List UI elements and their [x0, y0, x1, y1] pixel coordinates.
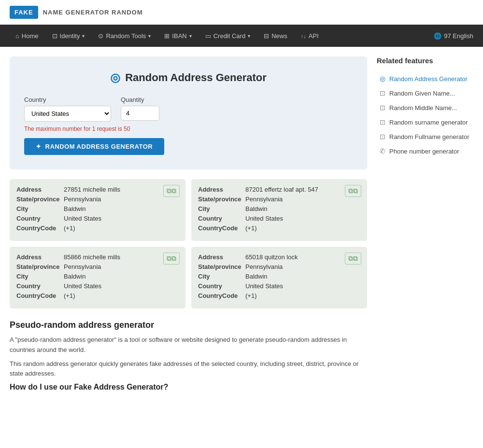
- addr-label-city-3: City: [198, 273, 242, 280]
- iban-chevron: ▾: [189, 33, 192, 39]
- addr-row-address-0: Address 27851 michelle mills: [16, 186, 179, 193]
- addr-row-address-3: Address 65018 quitzon lock: [198, 253, 360, 261]
- addr-label-state-0: State/province: [16, 196, 60, 203]
- addr-value-state-0: Pennsylvania: [64, 196, 101, 203]
- quantity-group: Quantity: [121, 96, 159, 121]
- sidebar: Related features ◎ Random Address Genera…: [377, 56, 473, 405]
- addr-label-address-0: Address: [16, 186, 60, 193]
- addr-value-countrycode-0: (+1): [64, 224, 75, 232]
- addr-label-address-2: Address: [16, 253, 60, 261]
- generate-icon: ✦: [36, 143, 42, 150]
- sidebar-item-label-random-given-name: Random Given Name...: [389, 90, 455, 97]
- person-icon-4: ⊡: [380, 133, 385, 140]
- addr-label-country-2: Country: [16, 282, 60, 290]
- addr-row-city-3: City Baldwin: [198, 273, 360, 280]
- addr-value-address-3: 65018 quitzon lock: [245, 253, 298, 261]
- addr-value-city-2: Baldwin: [64, 273, 86, 280]
- nav-home[interactable]: Home: [10, 28, 44, 44]
- addr-row-countrycode-3: CountryCode (+1): [198, 292, 360, 299]
- desc-heading-1: Pseudo-random address generator: [10, 320, 367, 330]
- addr-value-city-1: Baldwin: [245, 205, 268, 212]
- country-label: Country: [24, 96, 111, 103]
- copy-icon-0: ⧉: [167, 187, 176, 195]
- nav-iban[interactable]: IBAN ▾: [158, 28, 197, 44]
- generator-card: ◎ Random Address Generator Country Unite…: [10, 56, 367, 169]
- addr-row-city-0: City Baldwin: [16, 205, 179, 212]
- globe-icon: [434, 32, 441, 40]
- copy-button-2[interactable]: ⧉: [163, 252, 180, 265]
- nav-news-label: News: [271, 32, 287, 40]
- addr-value-state-1: Pennsylvania: [245, 196, 283, 203]
- address-card-0: ⧉ Address 27851 michelle mills State/pro…: [10, 179, 185, 241]
- nav-home-label: Home: [22, 32, 39, 40]
- nav-identity-label: Identity: [60, 32, 80, 40]
- addr-row-city-1: City Baldwin: [198, 205, 360, 212]
- addr-label-country-0: Country: [16, 215, 60, 222]
- nav-credit-card[interactable]: Credit Card ▾: [199, 28, 256, 44]
- generate-button[interactable]: ✦ RANDOM ADDRESS GENERATOR: [24, 138, 164, 155]
- addr-value-state-3: Pennsylvania: [245, 263, 283, 270]
- addr-row-address-1: Address 87201 effertz loaf apt. 547: [198, 186, 360, 193]
- identity-chevron: ▾: [82, 33, 85, 39]
- country-select[interactable]: United States United Kingdom Canada Aust…: [24, 106, 111, 122]
- nav-random-tools[interactable]: Random Tools ▾: [92, 28, 156, 44]
- person-icon-1: ⊡: [380, 89, 385, 97]
- addr-row-country-0: Country United States: [16, 215, 179, 222]
- addr-value-countrycode-3: (+1): [245, 292, 256, 299]
- addr-label-country-3: Country: [198, 282, 242, 290]
- description-section: Pseudo-random address generator A "pseud…: [10, 320, 367, 405]
- address-card-3: ⧉ Address 65018 quitzon lock State/provi…: [191, 247, 367, 308]
- addr-label-countrycode-1: CountryCode: [198, 224, 242, 232]
- sidebar-item-random-middle-name[interactable]: ⊡ Random Middle Name...: [377, 100, 473, 115]
- copy-icon-3: ⧉: [348, 254, 358, 262]
- copy-button-1[interactable]: ⧉: [345, 185, 361, 197]
- addr-row-state-0: State/province Pennsylvania: [16, 196, 179, 203]
- sidebar-item-label-phone-number: Phone number generator: [389, 148, 459, 155]
- addr-row-countrycode-1: CountryCode (+1): [198, 224, 360, 232]
- person-icon-3: ⊡: [380, 118, 385, 126]
- addr-label-state-3: State/province: [198, 263, 242, 270]
- random-tools-icon: [98, 32, 103, 40]
- addr-label-state-2: State/province: [16, 263, 60, 270]
- sidebar-item-random-given-name[interactable]: ⊡ Random Given Name...: [377, 86, 473, 100]
- quantity-input[interactable]: [121, 106, 159, 121]
- api-icon: [301, 32, 306, 40]
- logo-badge[interactable]: FAKE: [10, 6, 38, 19]
- copy-button-0[interactable]: ⧉: [163, 185, 180, 197]
- sidebar-item-random-fullname[interactable]: ⊡ Random Fullname generator: [377, 129, 473, 144]
- navbar: Home Identity ▾ Random Tools ▾ IBAN ▾ Cr…: [0, 25, 483, 47]
- home-icon: [15, 32, 19, 40]
- address-cards-grid: ⧉ Address 27851 michelle mills State/pro…: [10, 179, 367, 308]
- addr-value-address-2: 85866 michelle mills: [64, 253, 120, 261]
- addr-label-state-1: State/province: [198, 196, 242, 203]
- copy-button-3[interactable]: ⧉: [345, 252, 361, 265]
- addr-value-city-0: Baldwin: [64, 205, 86, 212]
- addr-value-country-0: United States: [64, 215, 101, 222]
- nav-items: Home Identity ▾ Random Tools ▾ IBAN ▾ Cr…: [10, 28, 434, 44]
- iban-icon: [164, 32, 170, 40]
- addr-row-country-2: Country United States: [16, 282, 179, 290]
- sidebar-item-label-random-fullname: Random Fullname generator: [389, 133, 469, 140]
- addr-label-city-2: City: [16, 273, 60, 280]
- addr-label-countrycode-2: CountryCode: [16, 292, 60, 299]
- sidebar-item-phone-number[interactable]: ✆ Phone number generator: [377, 144, 473, 158]
- phone-icon-5: ✆: [380, 147, 385, 155]
- addr-row-country-3: Country United States: [198, 282, 360, 290]
- nav-credit-card-label: Credit Card: [213, 32, 245, 40]
- nav-api[interactable]: API: [295, 28, 325, 44]
- sidebar-item-label-random-surname: Random surname generator: [389, 119, 468, 126]
- addr-label-countrycode-0: CountryCode: [16, 224, 60, 232]
- nav-identity[interactable]: Identity ▾: [46, 28, 91, 44]
- addr-label-country-1: Country: [198, 215, 242, 222]
- addr-row-city-2: City Baldwin: [16, 273, 179, 280]
- nav-language[interactable]: 97 English: [434, 32, 473, 40]
- addr-row-state-2: State/province Pennsylvania: [16, 263, 179, 270]
- nav-news[interactable]: News: [258, 28, 293, 44]
- credit-card-icon: [205, 32, 211, 40]
- sidebar-item-random-address[interactable]: ◎ Random Address Generator: [377, 71, 473, 86]
- credit-card-chevron: ▾: [248, 33, 250, 39]
- news-icon: [264, 32, 269, 40]
- desc-para-2: This random address generator quickly ge…: [10, 359, 367, 379]
- sidebar-item-random-surname[interactable]: ⊡ Random surname generator: [377, 115, 473, 129]
- address-card-1: ⧉ Address 87201 effertz loaf apt. 547 St…: [191, 179, 367, 241]
